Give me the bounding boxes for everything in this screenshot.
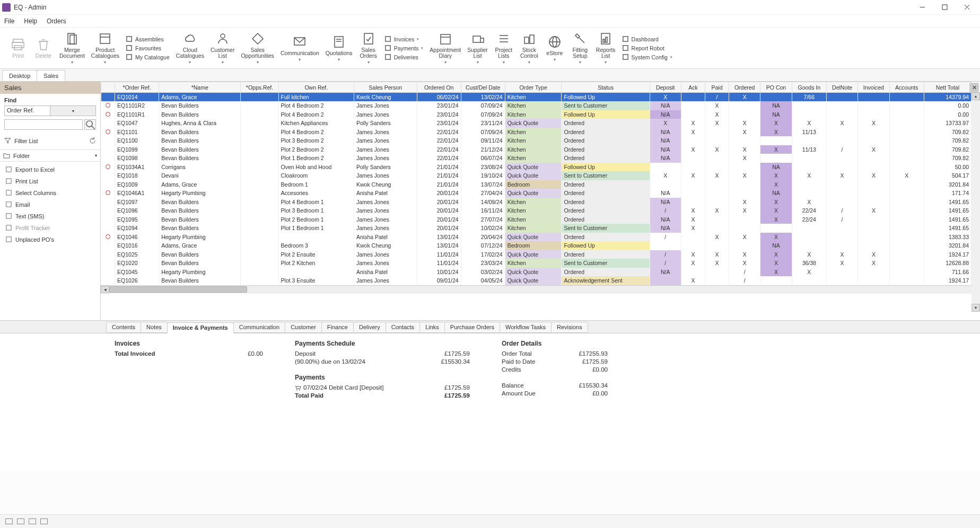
menu-orders[interactable]: Orders xyxy=(47,17,66,25)
detail-tab-delivery[interactable]: Delivery xyxy=(353,322,386,333)
table-row[interactable]: EQ1101R2Bevan BuildersPlot 4 Bedroom 2Ja… xyxy=(101,101,972,110)
maximize-button[interactable] xyxy=(933,1,956,14)
table-row[interactable]: EQ1016Adams, GraceBedroom 3Kwok Cheung13… xyxy=(101,241,972,250)
sales-grid[interactable]: *Order Ref.*Name*Opps.Ref.Own Ref.Sales … xyxy=(101,82,972,285)
action-profit-tracker[interactable]: Profit Tracker xyxy=(2,222,98,233)
col-header[interactable]: *Opps.Ref. xyxy=(241,82,278,93)
ribbon-invoices[interactable]: Invoices▾ xyxy=(384,36,424,42)
detail-tab-contents[interactable]: Contents xyxy=(106,322,141,333)
col-header[interactable]: Cust/Del Date xyxy=(461,82,505,93)
col-header[interactable]: Invoiced xyxy=(858,82,889,93)
ribbon-reports-list[interactable]: Reports List▾ xyxy=(593,29,619,67)
ribbon-assemblies[interactable]: Assemblies xyxy=(126,36,170,42)
ribbon-cust-list[interactable]: Customer List▾ xyxy=(207,29,238,67)
ribbon-sales-opp[interactable]: Sales Opportunities▾ xyxy=(238,29,277,67)
detail-tab-finance[interactable]: Finance xyxy=(321,322,354,333)
table-row[interactable]: EQ1014Adams, GraceFull kitchenKwok Cheun… xyxy=(101,93,972,102)
ribbon-fitting-setup[interactable]: Fitting Setup▾ xyxy=(567,29,593,67)
ribbon-cloud-cat[interactable]: Cloud Catalogues▾ xyxy=(173,29,207,67)
ribbon-print[interactable]: Print xyxy=(5,29,31,67)
col-header[interactable]: *Order Ref. xyxy=(115,82,159,93)
action-text-sms[interactable]: Text (SMS) xyxy=(2,210,98,222)
table-row[interactable]: EQ1046Hegarty PlumbingAnisha Patel13/01/… xyxy=(101,233,972,242)
table-row[interactable]: EQ1046A1Hegarty PlumbingAccesoriesAnisha… xyxy=(101,189,972,198)
layout-button-1[interactable] xyxy=(5,518,13,524)
ribbon-merge[interactable]: Merge Document▾ xyxy=(56,29,88,67)
ribbon-estore[interactable]: eStore▾ xyxy=(542,29,567,67)
table-row[interactable]: EQ1101Bevan BuildersPlot 4 Bedroom 2Jame… xyxy=(101,128,972,137)
find-field-combo[interactable]: Order Ref. ▾ xyxy=(4,105,96,116)
layout-button-3[interactable] xyxy=(29,518,36,524)
table-row[interactable]: EQ1101R1Bevan BuildersPlot 4 Bedroom 2Ja… xyxy=(101,110,972,119)
ribbon-sales-orders[interactable]: Sales Orders▾ xyxy=(356,29,381,67)
layout-button-2[interactable] xyxy=(17,518,24,524)
table-row[interactable]: EQ1095Bevan BuildersPlot 2 Bedroom 1Jame… xyxy=(101,215,972,224)
ribbon-stock-ctrl[interactable]: Stock Control▾ xyxy=(517,29,542,67)
ribbon-appt-diary[interactable]: Appointment Diary▾ xyxy=(426,29,464,67)
detail-tab-revisions[interactable]: Revisions xyxy=(551,322,588,333)
detail-tab-contacts[interactable]: Contacts xyxy=(386,322,420,333)
table-row[interactable]: EQ1099Bevan BuildersPlot 2 Bedroom 2Jame… xyxy=(101,145,972,154)
col-header[interactable]: Paid xyxy=(705,82,729,93)
ribbon-delete[interactable]: Delete xyxy=(31,29,56,67)
ribbon-my-catalogue[interactable]: My Catalogue xyxy=(126,54,170,60)
col-header[interactable]: Ordered On xyxy=(417,82,461,93)
detail-tab-invoice-payments[interactable]: Invoice & Payments xyxy=(167,322,234,333)
find-input[interactable] xyxy=(4,119,83,130)
find-search-button[interactable] xyxy=(84,119,96,130)
detail-tab-notes[interactable]: Notes xyxy=(141,322,168,333)
action-select-cols[interactable]: Select Columns xyxy=(2,187,98,198)
detail-tab-customer[interactable]: Customer xyxy=(285,322,322,333)
table-row[interactable]: EQ1094Bevan BuildersPlot 1 Bedroom 1Jame… xyxy=(101,224,972,233)
ribbon-deliveries[interactable]: Deliveries xyxy=(384,54,424,60)
action-email[interactable]: Email xyxy=(2,199,98,210)
table-row[interactable]: EQ1047Hughes, Anna & ClaraKitchen Applia… xyxy=(101,119,972,128)
close-button[interactable] xyxy=(956,1,978,14)
table-row[interactable]: EQ1045Hegarty PlumbingAnisha Patel10/01/… xyxy=(101,268,972,277)
ribbon-comm[interactable]: Communication▾ xyxy=(277,29,322,67)
menu-file[interactable]: File xyxy=(4,17,14,25)
table-row[interactable]: EQ1098Bevan BuildersPlot 1 Bedroom 2Jame… xyxy=(101,154,972,163)
ribbon-project-lists[interactable]: Project Lists▾ xyxy=(491,29,517,67)
table-row[interactable]: EQ1018DevaniCloakroomJames Jones21/01/24… xyxy=(101,171,972,180)
col-header[interactable]: Goods In xyxy=(792,82,826,93)
table-row[interactable]: EQ1034A1CorrigansOven Hob and HoodPolly … xyxy=(101,163,972,172)
menu-help[interactable]: Help xyxy=(24,17,37,25)
col-header[interactable]: DelNote xyxy=(826,82,858,93)
filter-list-button[interactable]: Filter List xyxy=(4,136,96,145)
table-row[interactable]: EQ1026Bevan BuildersPlot 3 EnsuiteJames … xyxy=(101,276,972,285)
col-header[interactable]: Order Type xyxy=(505,82,562,93)
ribbon-favourites[interactable]: Favourites xyxy=(126,45,170,51)
action-print-list[interactable]: Print List xyxy=(2,175,98,187)
grid-close-button[interactable]: ✕ xyxy=(969,83,979,92)
ribbon-product-cat[interactable]: Product Catalogues▾ xyxy=(88,29,122,67)
detail-tab-communication[interactable]: Communication xyxy=(233,322,285,333)
table-row[interactable]: EQ1025Bevan BuildersPlot 2 EnsuiteJames … xyxy=(101,250,972,259)
table-row[interactable]: EQ1009Adams, GraceBedroom 1Kwok Cheung21… xyxy=(101,180,972,189)
col-header[interactable]: Status xyxy=(562,82,650,93)
minimize-button[interactable] xyxy=(911,1,933,14)
col-header[interactable]: Ack xyxy=(681,82,705,93)
tab-sales[interactable]: Sales xyxy=(37,70,65,81)
detail-tab-workflow-tasks[interactable]: Workflow Tasks xyxy=(500,322,552,333)
col-header[interactable] xyxy=(101,82,115,93)
col-header[interactable]: PO Con xyxy=(760,82,792,93)
col-header[interactable]: Accounts xyxy=(889,82,924,93)
ribbon-system-config[interactable]: System Config▾ xyxy=(622,54,672,60)
horizontal-scrollbar[interactable]: ◂▸ xyxy=(101,285,980,294)
table-row[interactable]: EQ1100Bevan BuildersPlot 3 Bedroom 2Jame… xyxy=(101,136,972,145)
action-unplaced-pos[interactable]: Unplaced PO's xyxy=(2,234,98,245)
ribbon-dashboard[interactable]: Dashboard xyxy=(622,36,672,42)
table-row[interactable]: EQ1020Bevan BuildersPlot 2 KitchenJames … xyxy=(101,259,972,268)
col-header[interactable]: Ordered xyxy=(729,82,760,93)
ribbon-payments[interactable]: Payments▾ xyxy=(384,45,424,51)
ribbon-report-robot[interactable]: Report Robot xyxy=(622,45,672,51)
table-row[interactable]: EQ1097Bevan BuildersPlot 4 Bedroom 1Jame… xyxy=(101,198,972,207)
folder-dropdown[interactable]: Folder ▾ xyxy=(0,149,100,162)
refresh-icon[interactable] xyxy=(89,137,96,144)
tab-desktop[interactable]: Desktop xyxy=(2,70,37,81)
detail-tab-purchase-orders[interactable]: Purchase Orders xyxy=(444,322,500,333)
col-header[interactable]: Nett Total xyxy=(924,82,971,93)
col-header[interactable]: Sales Person xyxy=(354,82,417,93)
detail-tab-links[interactable]: Links xyxy=(419,322,445,333)
